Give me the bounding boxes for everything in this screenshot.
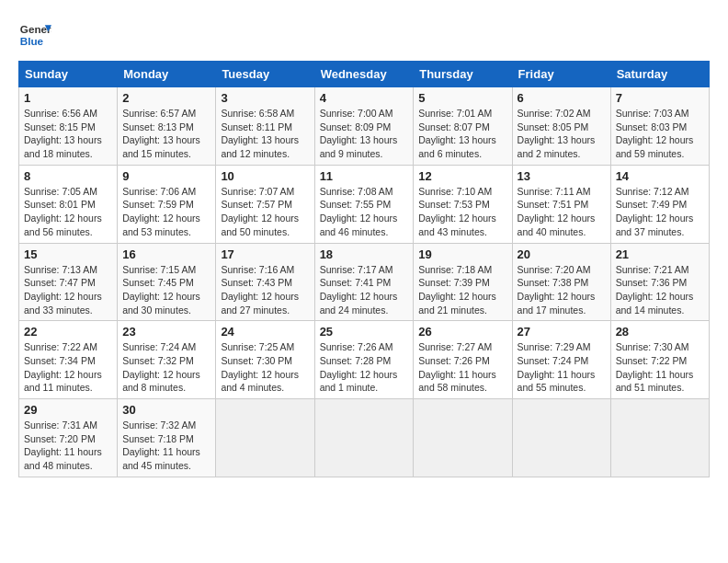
day-info: Sunrise: 7:32 AMSunset: 7:18 PMDaylight:… <box>122 419 210 473</box>
calendar-cell: 1 Sunrise: 6:56 AMSunset: 8:15 PMDayligh… <box>19 87 118 166</box>
day-info: Sunrise: 7:16 AMSunset: 7:43 PMDaylight:… <box>221 263 309 317</box>
day-number: 17 <box>221 247 309 261</box>
day-header-friday: Friday <box>512 62 610 87</box>
calendar-cell: 7 Sunrise: 7:03 AMSunset: 8:03 PMDayligh… <box>610 87 709 166</box>
calendar-cell: 16 Sunrise: 7:15 AMSunset: 7:45 PMDaylig… <box>118 243 216 321</box>
day-info: Sunrise: 7:12 AMSunset: 7:49 PMDaylight:… <box>616 185 704 239</box>
page-header: General Blue <box>18 18 710 52</box>
calendar-cell: 22 Sunrise: 7:22 AMSunset: 7:34 PMDaylig… <box>19 321 118 399</box>
day-number: 10 <box>221 169 309 183</box>
calendar-cell: 21 Sunrise: 7:21 AMSunset: 7:36 PMDaylig… <box>610 243 709 321</box>
calendar-cell: 8 Sunrise: 7:05 AMSunset: 8:01 PMDayligh… <box>19 165 118 243</box>
calendar-cell: 18 Sunrise: 7:17 AMSunset: 7:41 PMDaylig… <box>314 243 414 321</box>
calendar-cell: 10 Sunrise: 7:07 AMSunset: 7:57 PMDaylig… <box>216 165 314 243</box>
calendar-cell: 4 Sunrise: 7:00 AMSunset: 8:09 PMDayligh… <box>314 87 414 166</box>
day-info: Sunrise: 6:57 AMSunset: 8:13 PMDaylight:… <box>122 107 210 161</box>
day-info: Sunrise: 7:18 AMSunset: 7:39 PMDaylight:… <box>418 263 506 317</box>
day-info: Sunrise: 7:06 AMSunset: 7:59 PMDaylight:… <box>122 185 210 239</box>
calendar-table: SundayMondayTuesdayWednesdayThursdayFrid… <box>18 61 710 477</box>
day-info: Sunrise: 7:24 AMSunset: 7:32 PMDaylight:… <box>122 340 210 395</box>
day-info: Sunrise: 7:25 AMSunset: 7:30 PMDaylight:… <box>221 340 309 395</box>
calendar-cell: 2 Sunrise: 6:57 AMSunset: 8:13 PMDayligh… <box>118 87 216 166</box>
day-info: Sunrise: 7:27 AMSunset: 7:26 PMDaylight:… <box>418 340 506 395</box>
calendar-week-1: 1 Sunrise: 6:56 AMSunset: 8:15 PMDayligh… <box>19 87 710 166</box>
calendar-cell: 28 Sunrise: 7:30 AMSunset: 7:22 PMDaylig… <box>610 321 709 399</box>
day-header-tuesday: Tuesday <box>216 62 314 87</box>
day-info: Sunrise: 7:08 AMSunset: 7:55 PMDaylight:… <box>320 185 409 239</box>
calendar-cell: 20 Sunrise: 7:20 AMSunset: 7:38 PMDaylig… <box>512 243 610 321</box>
calendar-cell: 14 Sunrise: 7:12 AMSunset: 7:49 PMDaylig… <box>610 165 709 243</box>
day-header-monday: Monday <box>118 62 216 87</box>
day-number: 16 <box>122 247 210 261</box>
day-info: Sunrise: 7:01 AMSunset: 8:07 PMDaylight:… <box>418 107 506 161</box>
day-info: Sunrise: 7:13 AMSunset: 7:47 PMDaylight:… <box>24 263 112 317</box>
day-info: Sunrise: 7:20 AMSunset: 7:38 PMDaylight:… <box>518 263 606 317</box>
svg-text:Blue: Blue <box>20 35 44 47</box>
day-info: Sunrise: 7:15 AMSunset: 7:45 PMDaylight:… <box>122 263 210 317</box>
calendar-cell: 3 Sunrise: 6:58 AMSunset: 8:11 PMDayligh… <box>216 87 314 166</box>
day-info: Sunrise: 7:07 AMSunset: 7:57 PMDaylight:… <box>221 185 309 239</box>
day-info: Sunrise: 7:31 AMSunset: 7:20 PMDaylight:… <box>24 419 112 473</box>
day-number: 29 <box>24 403 112 417</box>
day-info: Sunrise: 7:22 AMSunset: 7:34 PMDaylight:… <box>24 340 112 395</box>
day-number: 9 <box>122 169 210 183</box>
day-info: Sunrise: 7:17 AMSunset: 7:41 PMDaylight:… <box>320 263 409 317</box>
calendar-week-5: 29 Sunrise: 7:31 AMSunset: 7:20 PMDaylig… <box>19 399 710 477</box>
day-header-wednesday: Wednesday <box>314 62 414 87</box>
day-number: 4 <box>320 91 409 105</box>
day-number: 30 <box>122 403 210 417</box>
calendar-cell <box>512 399 610 477</box>
calendar-cell: 6 Sunrise: 7:02 AMSunset: 8:05 PMDayligh… <box>512 87 610 166</box>
logo-icon: General Blue <box>18 18 51 52</box>
day-number: 5 <box>418 91 506 105</box>
day-info: Sunrise: 7:03 AMSunset: 8:03 PMDaylight:… <box>616 107 704 161</box>
day-number: 25 <box>320 325 409 339</box>
calendar-cell <box>610 399 709 477</box>
calendar-week-3: 15 Sunrise: 7:13 AMSunset: 7:47 PMDaylig… <box>19 243 710 321</box>
calendar-cell: 30 Sunrise: 7:32 AMSunset: 7:18 PMDaylig… <box>118 399 216 477</box>
calendar-cell: 12 Sunrise: 7:10 AMSunset: 7:53 PMDaylig… <box>414 165 512 243</box>
calendar-cell <box>414 399 512 477</box>
day-info: Sunrise: 7:29 AMSunset: 7:24 PMDaylight:… <box>518 340 606 395</box>
day-number: 6 <box>518 91 606 105</box>
day-info: Sunrise: 7:11 AMSunset: 7:51 PMDaylight:… <box>518 185 606 239</box>
calendar-cell: 25 Sunrise: 7:26 AMSunset: 7:28 PMDaylig… <box>314 321 414 399</box>
day-number: 27 <box>518 325 606 339</box>
day-number: 21 <box>616 247 704 261</box>
day-number: 2 <box>122 91 210 105</box>
day-info: Sunrise: 6:58 AMSunset: 8:11 PMDaylight:… <box>221 107 309 161</box>
calendar-cell: 19 Sunrise: 7:18 AMSunset: 7:39 PMDaylig… <box>414 243 512 321</box>
logo: General Blue <box>18 18 51 52</box>
calendar-cell: 23 Sunrise: 7:24 AMSunset: 7:32 PMDaylig… <box>118 321 216 399</box>
day-number: 13 <box>518 169 606 183</box>
day-info: Sunrise: 7:26 AMSunset: 7:28 PMDaylight:… <box>320 340 409 395</box>
day-number: 28 <box>616 325 704 339</box>
day-number: 7 <box>616 91 704 105</box>
day-number: 18 <box>320 247 409 261</box>
svg-text:General: General <box>20 23 51 35</box>
header-row: SundayMondayTuesdayWednesdayThursdayFrid… <box>19 62 710 87</box>
calendar-cell <box>216 399 314 477</box>
day-info: Sunrise: 7:00 AMSunset: 8:09 PMDaylight:… <box>320 107 409 161</box>
day-info: Sunrise: 7:21 AMSunset: 7:36 PMDaylight:… <box>616 263 704 317</box>
day-number: 14 <box>616 169 704 183</box>
day-info: Sunrise: 7:10 AMSunset: 7:53 PMDaylight:… <box>418 185 506 239</box>
day-number: 15 <box>24 247 112 261</box>
calendar-cell: 24 Sunrise: 7:25 AMSunset: 7:30 PMDaylig… <box>216 321 314 399</box>
day-number: 24 <box>221 325 309 339</box>
day-number: 3 <box>221 91 309 105</box>
calendar-cell: 17 Sunrise: 7:16 AMSunset: 7:43 PMDaylig… <box>216 243 314 321</box>
calendar-cell: 9 Sunrise: 7:06 AMSunset: 7:59 PMDayligh… <box>118 165 216 243</box>
day-info: Sunrise: 7:05 AMSunset: 8:01 PMDaylight:… <box>24 185 112 239</box>
day-number: 1 <box>24 91 112 105</box>
day-info: Sunrise: 7:30 AMSunset: 7:22 PMDaylight:… <box>616 340 704 395</box>
day-number: 23 <box>122 325 210 339</box>
day-header-sunday: Sunday <box>19 62 118 87</box>
calendar-cell: 29 Sunrise: 7:31 AMSunset: 7:20 PMDaylig… <box>19 399 118 477</box>
day-number: 12 <box>418 169 506 183</box>
day-number: 19 <box>418 247 506 261</box>
calendar-cell: 27 Sunrise: 7:29 AMSunset: 7:24 PMDaylig… <box>512 321 610 399</box>
day-header-thursday: Thursday <box>414 62 512 87</box>
day-number: 11 <box>320 169 409 183</box>
day-info: Sunrise: 6:56 AMSunset: 8:15 PMDaylight:… <box>24 107 112 161</box>
